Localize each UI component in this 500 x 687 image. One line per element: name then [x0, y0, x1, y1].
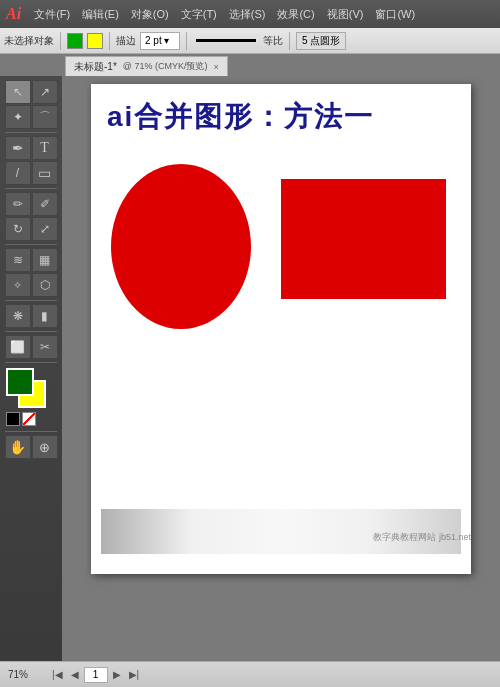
tool-row-2: ✦ ⌒ [5, 105, 58, 129]
menu-select[interactable]: 选择(S) [224, 5, 271, 24]
pen-icon: ✒ [12, 140, 24, 156]
stroke-size-dropdown[interactable]: 2 pt ▾ [140, 32, 180, 50]
nav-next[interactable]: ▶ [110, 668, 124, 681]
swatch-stack [6, 368, 50, 408]
canvas-rectangle[interactable] [281, 179, 446, 299]
tab-close-button[interactable]: × [213, 62, 218, 72]
page-navigation: |◀ ◀ ▶ ▶| [49, 667, 142, 683]
menu-file[interactable]: 文件(F) [29, 5, 75, 24]
artboard-tool[interactable]: ⬜ [5, 335, 31, 359]
nav-last[interactable]: ▶| [126, 668, 143, 681]
fill-color-swatch[interactable] [67, 33, 83, 49]
warp-icon: ≋ [13, 253, 23, 267]
slice-icon: ✂ [40, 340, 50, 354]
menu-object[interactable]: 对象(O) [126, 5, 174, 24]
rotate-tool[interactable]: ↻ [5, 217, 31, 241]
dropdown-arrow-icon: ▾ [164, 35, 169, 46]
rectangle-icon: ▭ [38, 165, 51, 181]
point-label: 5 点圆形 [302, 35, 340, 46]
pen-tool[interactable]: ✒ [5, 136, 31, 160]
tool-row-7: ≋ ▦ [5, 248, 58, 272]
equal-label: 等比 [263, 34, 283, 48]
menu-window[interactable]: 窗口(W) [370, 5, 420, 24]
color-swatch-area [4, 366, 58, 428]
menu-bar: 文件(F) 编辑(E) 对象(O) 文字(T) 选择(S) 效果(C) 视图(V… [29, 5, 420, 24]
tool-row-1: ↖ ↗ [5, 80, 58, 104]
canvas-ellipse[interactable] [111, 164, 251, 329]
select-icon: ↖ [13, 85, 23, 99]
select-tool[interactable]: ↖ [5, 80, 31, 104]
divider-1 [60, 32, 61, 50]
magic-wand-icon: ✦ [13, 110, 23, 124]
tool-row-6: ↻ ⤢ [5, 217, 58, 241]
menu-effect[interactable]: 效果(C) [272, 5, 319, 24]
mini-icons-row [6, 412, 36, 426]
canvas-title: ai合并图形：方法一 [107, 98, 374, 136]
hand-tool[interactable]: ✋ [5, 435, 31, 459]
menu-edit[interactable]: 编辑(E) [77, 5, 124, 24]
point-style[interactable]: 5 点圆形 [296, 32, 346, 50]
foreground-color-swatch[interactable] [6, 368, 34, 396]
stroke-color-swatch[interactable] [87, 33, 103, 49]
paintbrush-tool[interactable]: ✏ [5, 192, 31, 216]
pencil-icon: ✐ [40, 197, 50, 211]
zoom-level: 71% [8, 669, 43, 680]
left-toolbar: ↖ ↗ ✦ ⌒ ✒ T / [0, 76, 62, 661]
tool-row-8: ✧ ⬡ [5, 273, 58, 297]
watermark: 教字典教程网站 jb51.net [373, 531, 471, 544]
tool-separator-2 [5, 188, 57, 189]
divider-3 [186, 32, 187, 50]
page-input[interactable] [84, 667, 108, 683]
eyedropper-tool[interactable]: ✧ [5, 273, 31, 297]
scale-icon: ⤢ [40, 222, 50, 236]
gradient-tool[interactable]: ▦ [32, 248, 58, 272]
tool-row-hand: ✋ ⊕ [5, 435, 58, 459]
blend-tool[interactable]: ⬡ [32, 273, 58, 297]
divider-4 [289, 32, 290, 50]
direct-select-icon: ↗ [40, 85, 50, 99]
stroke-preview [196, 39, 256, 42]
document-tab[interactable]: 未标题-1* @ 71% (CMYK/预览) × [65, 56, 228, 76]
options-bar: 未选择对象 描边 2 pt ▾ 等比 5 点圆形 [0, 28, 500, 54]
tool-separator-5 [5, 331, 57, 332]
tool-separator-3 [5, 244, 57, 245]
none-color-icon[interactable] [22, 412, 36, 426]
tool-row-10: ⬜ ✂ [5, 335, 58, 359]
tool-separator-4 [5, 300, 57, 301]
direct-select-tool[interactable]: ↗ [32, 80, 58, 104]
slice-tool[interactable]: ✂ [32, 335, 58, 359]
lasso-tool[interactable]: ⌒ [32, 105, 58, 129]
tab-bar: 未标题-1* @ 71% (CMYK/预览) × [0, 54, 500, 76]
zoom-tool[interactable]: ⊕ [32, 435, 58, 459]
default-colors-icon[interactable] [6, 412, 20, 426]
gradient-icon: ▦ [39, 253, 50, 267]
line-icon: / [16, 166, 19, 180]
divider-2 [109, 32, 110, 50]
paintbrush-icon: ✏ [13, 197, 23, 211]
tool-row-4: / ▭ [5, 161, 58, 185]
title-bar: Ai 文件(F) 编辑(E) 对象(O) 文字(T) 选择(S) 效果(C) 视… [0, 0, 500, 28]
line-tool[interactable]: / [5, 161, 31, 185]
tool-separator-1 [5, 132, 57, 133]
hand-icon: ✋ [9, 439, 26, 455]
tool-row-3: ✒ T [5, 136, 58, 160]
canvas-area: ai合并图形：方法一 教字典教程网站 jb51.net [62, 76, 500, 661]
tab-info: @ 71% (CMYK/预览) [123, 60, 208, 73]
warp-tool[interactable]: ≋ [5, 248, 31, 272]
blend-icon: ⬡ [40, 278, 50, 292]
symbol-tool[interactable]: ❋ [5, 304, 31, 328]
scale-tool[interactable]: ⤢ [32, 217, 58, 241]
rectangle-tool[interactable]: ▭ [32, 161, 58, 185]
graph-tool[interactable]: ▮ [32, 304, 58, 328]
type-icon: T [40, 140, 49, 156]
magic-wand-tool[interactable]: ✦ [5, 105, 31, 129]
status-bar: 71% |◀ ◀ ▶ ▶| [0, 661, 500, 687]
menu-type[interactable]: 文字(T) [176, 5, 222, 24]
tool-separator-6 [5, 362, 57, 363]
zoom-icon: ⊕ [39, 440, 50, 455]
pencil-tool[interactable]: ✐ [32, 192, 58, 216]
nav-first[interactable]: |◀ [49, 668, 66, 681]
nav-prev[interactable]: ◀ [68, 668, 82, 681]
menu-view[interactable]: 视图(V) [322, 5, 369, 24]
type-tool[interactable]: T [32, 136, 58, 160]
